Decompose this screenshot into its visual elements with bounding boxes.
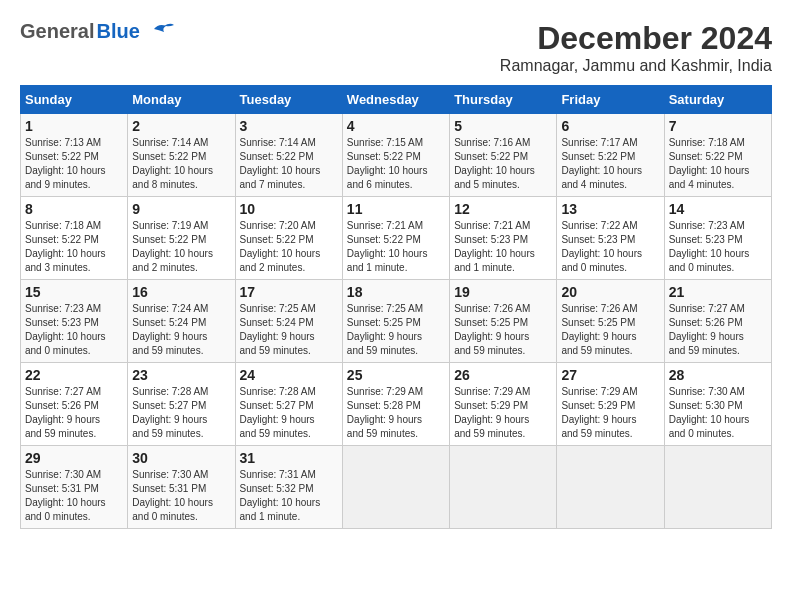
table-row: 23Sunrise: 7:28 AM Sunset: 5:27 PM Dayli… xyxy=(128,363,235,446)
location-text: Ramnagar, Jammu and Kashmir, India xyxy=(500,57,772,75)
table-row: 4Sunrise: 7:15 AM Sunset: 5:22 PM Daylig… xyxy=(342,114,449,197)
table-row: 14Sunrise: 7:23 AM Sunset: 5:23 PM Dayli… xyxy=(664,197,771,280)
day-info: Sunrise: 7:30 AM Sunset: 5:31 PM Dayligh… xyxy=(25,468,123,524)
table-row: 22Sunrise: 7:27 AM Sunset: 5:26 PM Dayli… xyxy=(21,363,128,446)
day-number: 5 xyxy=(454,118,552,134)
logo-bird-icon xyxy=(144,21,174,43)
day-number: 20 xyxy=(561,284,659,300)
day-number: 8 xyxy=(25,201,123,217)
day-info: Sunrise: 7:29 AM Sunset: 5:29 PM Dayligh… xyxy=(561,385,659,441)
day-number: 2 xyxy=(132,118,230,134)
day-info: Sunrise: 7:23 AM Sunset: 5:23 PM Dayligh… xyxy=(669,219,767,275)
header-thursday: Thursday xyxy=(450,86,557,114)
day-info: Sunrise: 7:21 AM Sunset: 5:23 PM Dayligh… xyxy=(454,219,552,275)
day-number: 16 xyxy=(132,284,230,300)
table-row: 29Sunrise: 7:30 AM Sunset: 5:31 PM Dayli… xyxy=(21,446,128,529)
day-number: 12 xyxy=(454,201,552,217)
day-number: 22 xyxy=(25,367,123,383)
day-number: 17 xyxy=(240,284,338,300)
day-number: 6 xyxy=(561,118,659,134)
day-number: 21 xyxy=(669,284,767,300)
table-row: 7Sunrise: 7:18 AM Sunset: 5:22 PM Daylig… xyxy=(664,114,771,197)
day-info: Sunrise: 7:30 AM Sunset: 5:31 PM Dayligh… xyxy=(132,468,230,524)
table-row: 1Sunrise: 7:13 AM Sunset: 5:22 PM Daylig… xyxy=(21,114,128,197)
table-row: 9Sunrise: 7:19 AM Sunset: 5:22 PM Daylig… xyxy=(128,197,235,280)
table-row: 3Sunrise: 7:14 AM Sunset: 5:22 PM Daylig… xyxy=(235,114,342,197)
header-saturday: Saturday xyxy=(664,86,771,114)
table-row: 12Sunrise: 7:21 AM Sunset: 5:23 PM Dayli… xyxy=(450,197,557,280)
table-row: 24Sunrise: 7:28 AM Sunset: 5:27 PM Dayli… xyxy=(235,363,342,446)
calendar-week-row: 1Sunrise: 7:13 AM Sunset: 5:22 PM Daylig… xyxy=(21,114,772,197)
day-number: 4 xyxy=(347,118,445,134)
table-row: 15Sunrise: 7:23 AM Sunset: 5:23 PM Dayli… xyxy=(21,280,128,363)
day-number: 3 xyxy=(240,118,338,134)
header-wednesday: Wednesday xyxy=(342,86,449,114)
title-area: December 2024 Ramnagar, Jammu and Kashmi… xyxy=(500,20,772,75)
page-header: General Blue December 2024 Ramnagar, Jam… xyxy=(20,20,772,75)
logo-general-text: General xyxy=(20,20,94,43)
table-row: 26Sunrise: 7:29 AM Sunset: 5:29 PM Dayli… xyxy=(450,363,557,446)
day-number: 23 xyxy=(132,367,230,383)
day-number: 19 xyxy=(454,284,552,300)
table-row: 10Sunrise: 7:20 AM Sunset: 5:22 PM Dayli… xyxy=(235,197,342,280)
day-number: 28 xyxy=(669,367,767,383)
logo: General Blue xyxy=(20,20,174,43)
day-info: Sunrise: 7:28 AM Sunset: 5:27 PM Dayligh… xyxy=(132,385,230,441)
days-header-row: Sunday Monday Tuesday Wednesday Thursday… xyxy=(21,86,772,114)
day-info: Sunrise: 7:31 AM Sunset: 5:32 PM Dayligh… xyxy=(240,468,338,524)
table-row: 6Sunrise: 7:17 AM Sunset: 5:22 PM Daylig… xyxy=(557,114,664,197)
table-row xyxy=(450,446,557,529)
header-friday: Friday xyxy=(557,86,664,114)
day-number: 1 xyxy=(25,118,123,134)
table-row: 18Sunrise: 7:25 AM Sunset: 5:25 PM Dayli… xyxy=(342,280,449,363)
calendar-week-row: 29Sunrise: 7:30 AM Sunset: 5:31 PM Dayli… xyxy=(21,446,772,529)
header-tuesday: Tuesday xyxy=(235,86,342,114)
day-info: Sunrise: 7:18 AM Sunset: 5:22 PM Dayligh… xyxy=(669,136,767,192)
day-info: Sunrise: 7:20 AM Sunset: 5:22 PM Dayligh… xyxy=(240,219,338,275)
day-info: Sunrise: 7:25 AM Sunset: 5:24 PM Dayligh… xyxy=(240,302,338,358)
day-info: Sunrise: 7:21 AM Sunset: 5:22 PM Dayligh… xyxy=(347,219,445,275)
day-info: Sunrise: 7:15 AM Sunset: 5:22 PM Dayligh… xyxy=(347,136,445,192)
day-info: Sunrise: 7:26 AM Sunset: 5:25 PM Dayligh… xyxy=(561,302,659,358)
table-row: 30Sunrise: 7:30 AM Sunset: 5:31 PM Dayli… xyxy=(128,446,235,529)
table-row: 21Sunrise: 7:27 AM Sunset: 5:26 PM Dayli… xyxy=(664,280,771,363)
day-info: Sunrise: 7:19 AM Sunset: 5:22 PM Dayligh… xyxy=(132,219,230,275)
table-row: 27Sunrise: 7:29 AM Sunset: 5:29 PM Dayli… xyxy=(557,363,664,446)
day-info: Sunrise: 7:14 AM Sunset: 5:22 PM Dayligh… xyxy=(132,136,230,192)
header-monday: Monday xyxy=(128,86,235,114)
day-info: Sunrise: 7:26 AM Sunset: 5:25 PM Dayligh… xyxy=(454,302,552,358)
table-row: 20Sunrise: 7:26 AM Sunset: 5:25 PM Dayli… xyxy=(557,280,664,363)
day-info: Sunrise: 7:28 AM Sunset: 5:27 PM Dayligh… xyxy=(240,385,338,441)
day-number: 7 xyxy=(669,118,767,134)
month-title: December 2024 xyxy=(500,20,772,57)
day-number: 11 xyxy=(347,201,445,217)
day-info: Sunrise: 7:16 AM Sunset: 5:22 PM Dayligh… xyxy=(454,136,552,192)
day-number: 29 xyxy=(25,450,123,466)
table-row: 11Sunrise: 7:21 AM Sunset: 5:22 PM Dayli… xyxy=(342,197,449,280)
day-info: Sunrise: 7:29 AM Sunset: 5:29 PM Dayligh… xyxy=(454,385,552,441)
calendar-table: Sunday Monday Tuesday Wednesday Thursday… xyxy=(20,85,772,529)
day-info: Sunrise: 7:13 AM Sunset: 5:22 PM Dayligh… xyxy=(25,136,123,192)
day-info: Sunrise: 7:27 AM Sunset: 5:26 PM Dayligh… xyxy=(669,302,767,358)
table-row: 28Sunrise: 7:30 AM Sunset: 5:30 PM Dayli… xyxy=(664,363,771,446)
day-number: 13 xyxy=(561,201,659,217)
table-row: 17Sunrise: 7:25 AM Sunset: 5:24 PM Dayli… xyxy=(235,280,342,363)
table-row xyxy=(664,446,771,529)
day-info: Sunrise: 7:14 AM Sunset: 5:22 PM Dayligh… xyxy=(240,136,338,192)
day-info: Sunrise: 7:29 AM Sunset: 5:28 PM Dayligh… xyxy=(347,385,445,441)
day-number: 14 xyxy=(669,201,767,217)
day-info: Sunrise: 7:17 AM Sunset: 5:22 PM Dayligh… xyxy=(561,136,659,192)
table-row: 13Sunrise: 7:22 AM Sunset: 5:23 PM Dayli… xyxy=(557,197,664,280)
calendar-week-row: 22Sunrise: 7:27 AM Sunset: 5:26 PM Dayli… xyxy=(21,363,772,446)
day-info: Sunrise: 7:25 AM Sunset: 5:25 PM Dayligh… xyxy=(347,302,445,358)
table-row: 31Sunrise: 7:31 AM Sunset: 5:32 PM Dayli… xyxy=(235,446,342,529)
day-number: 9 xyxy=(132,201,230,217)
day-info: Sunrise: 7:30 AM Sunset: 5:30 PM Dayligh… xyxy=(669,385,767,441)
day-number: 26 xyxy=(454,367,552,383)
calendar-week-row: 8Sunrise: 7:18 AM Sunset: 5:22 PM Daylig… xyxy=(21,197,772,280)
day-info: Sunrise: 7:22 AM Sunset: 5:23 PM Dayligh… xyxy=(561,219,659,275)
table-row: 2Sunrise: 7:14 AM Sunset: 5:22 PM Daylig… xyxy=(128,114,235,197)
day-info: Sunrise: 7:24 AM Sunset: 5:24 PM Dayligh… xyxy=(132,302,230,358)
logo-blue-text: Blue xyxy=(96,20,139,43)
day-number: 31 xyxy=(240,450,338,466)
